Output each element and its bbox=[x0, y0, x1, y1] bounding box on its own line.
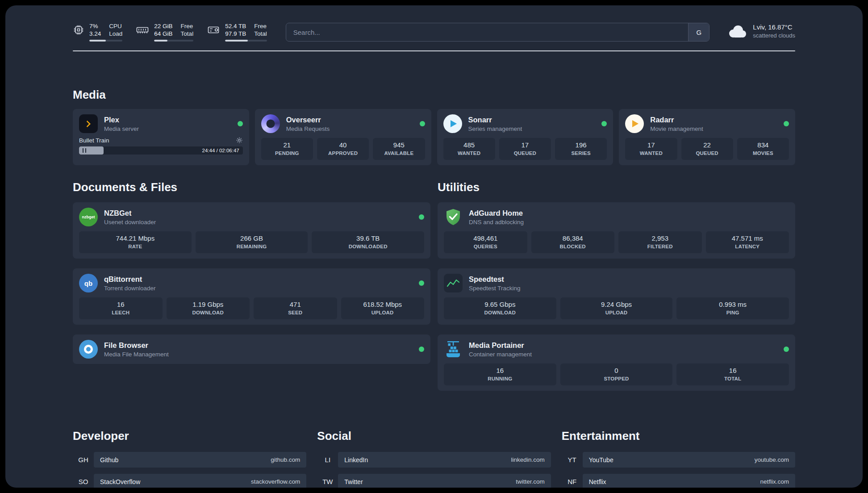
disk-label-2: Total bbox=[254, 30, 267, 38]
status-dot bbox=[601, 121, 607, 126]
plex-now-playing: Bullet Train 24:44 / 02:06:47 bbox=[79, 137, 243, 155]
stat-tile-queries: 498,461 QUERIES bbox=[444, 231, 527, 253]
pause-icon[interactable] bbox=[83, 148, 86, 153]
stat-label: LATENCY bbox=[708, 244, 788, 250]
stat-value: 485 bbox=[445, 141, 493, 149]
stat-label: SEED bbox=[255, 310, 335, 316]
stat-label: QUEUED bbox=[501, 150, 549, 156]
app-name: qBittorrent bbox=[104, 275, 156, 284]
bookmarks-section: Developer GH Github github.com SO StackO… bbox=[73, 429, 795, 488]
stat-row: 21 PENDING 40 APPROVED 945 AVAILABLE bbox=[261, 138, 425, 160]
two-column-section: Documents & Files nzbget NZBGet Usenet d… bbox=[73, 180, 795, 401]
search-input[interactable] bbox=[286, 23, 689, 41]
app-card-radarr[interactable]: Radarr Movie management 17 WANTED 22 QUE… bbox=[619, 109, 795, 165]
app-text: AdGuard Home DNS and adblocking bbox=[469, 209, 524, 226]
stat-value: 86,384 bbox=[533, 234, 613, 242]
bookmark-github[interactable]: GH Github github.com bbox=[73, 452, 306, 468]
status-dot bbox=[419, 280, 424, 286]
app-card-adguard[interactable]: AdGuard Home DNS and adblocking 498,461 … bbox=[438, 202, 795, 259]
bookmark-group-entertainment: Entertainment YT YouTube youtube.com NF … bbox=[562, 429, 795, 488]
memory-meter-fill bbox=[154, 40, 167, 42]
stat-tile-movies: 834 MOVIES bbox=[737, 138, 789, 160]
app-card-plex[interactable]: Plex Media server Bullet Train bbox=[73, 109, 249, 165]
stat-value: 834 bbox=[739, 141, 787, 149]
card-header: File Browser Media File Management bbox=[79, 340, 424, 359]
app-subtitle: DNS and adblocking bbox=[469, 219, 524, 226]
bookmark-name: YouTube bbox=[589, 456, 613, 464]
stat-row: 17 WANTED 22 QUEUED 834 MOVIES bbox=[625, 138, 789, 160]
dashboard-panel: 7% CPU 3.24 Load 22 GiB Free 64 GiB T bbox=[5, 5, 863, 488]
app-card-speedtest[interactable]: Speedtest Speedtest Tracking 9.65 Gbps D… bbox=[438, 268, 795, 325]
bookmark-bar: Netflix netflix.com bbox=[583, 474, 795, 488]
stat-label: DOWNLOADED bbox=[313, 244, 422, 250]
bookmark-url: youtube.com bbox=[755, 456, 789, 463]
stat-row: 9.65 Gbps DOWNLOAD 9.24 Gbps UPLOAD 0.99… bbox=[444, 297, 789, 319]
bookmark-url: linkedin.com bbox=[511, 456, 545, 463]
app-name: Speedtest bbox=[469, 275, 521, 284]
dashboard-content: 7% CPU 3.24 Load 22 GiB Free 64 GiB T bbox=[73, 5, 795, 488]
stat-value: 21 bbox=[263, 141, 311, 149]
stat-value: 9.65 Gbps bbox=[446, 300, 555, 309]
stat-label: QUEUED bbox=[683, 150, 731, 156]
bookmark-youtube[interactable]: YT YouTube youtube.com bbox=[562, 452, 795, 468]
app-card-portainer[interactable]: Media Portainer Container management 16 … bbox=[438, 334, 795, 391]
gear-icon[interactable] bbox=[236, 137, 243, 144]
radarr-icon bbox=[625, 114, 644, 133]
bookmark-netflix[interactable]: NF Netflix netflix.com bbox=[562, 474, 795, 488]
bookmark-bar: LinkedIn linkedin.com bbox=[338, 452, 551, 468]
stat-tile-seed: 471 SEED bbox=[254, 297, 337, 319]
stat-label: FILTERED bbox=[620, 244, 700, 250]
disk-widget: 52.4 TB Free 97.9 TB Total bbox=[207, 22, 267, 42]
app-name: Plex bbox=[104, 116, 139, 124]
plex-chevron-glyph bbox=[84, 120, 91, 127]
app-card-sonarr[interactable]: Sonarr Series management 485 WANTED 17 Q… bbox=[437, 109, 613, 165]
app-card-filebrowser[interactable]: File Browser Media File Management bbox=[73, 334, 430, 364]
app-text: Sonarr Series management bbox=[468, 116, 522, 132]
bookmark-group-developer: Developer GH Github github.com SO StackO… bbox=[73, 429, 306, 488]
stat-value: 17 bbox=[501, 141, 549, 149]
app-text: File Browser Media File Management bbox=[104, 341, 169, 358]
playback-progress-bar[interactable]: 24:44 / 02:06:47 bbox=[79, 146, 243, 155]
top-bar: 7% CPU 3.24 Load 22 GiB Free 64 GiB T bbox=[73, 22, 795, 42]
disk-meter-fill bbox=[225, 40, 248, 42]
app-text: Plex Media server bbox=[104, 116, 139, 132]
stat-label: SERIES bbox=[557, 150, 605, 156]
section-title-social: Social bbox=[317, 429, 551, 443]
disk-readout: 52.4 TB Free 97.9 TB Total bbox=[225, 22, 267, 42]
stat-value: 266 GB bbox=[197, 234, 306, 242]
adguard-icon bbox=[444, 208, 463, 226]
cpu-widget: 7% CPU 3.24 Load bbox=[73, 22, 122, 42]
bookmark-bar: YouTube youtube.com bbox=[583, 452, 795, 468]
bookmark-twitter[interactable]: TW Twitter twitter.com bbox=[317, 474, 551, 488]
speedtest-icon bbox=[444, 274, 463, 292]
app-subtitle: Usenet downloader bbox=[104, 219, 156, 226]
app-card-overseerr[interactable]: Overseerr Media Requests 21 PENDING 40 A… bbox=[255, 109, 431, 165]
stat-value: 1.19 Gbps bbox=[168, 300, 248, 309]
app-card-nzbget[interactable]: nzbget NZBGet Usenet downloader 744.21 M… bbox=[73, 202, 430, 259]
bookmark-bar: StackOverflow stackoverflow.com bbox=[94, 474, 306, 488]
stat-label: APPROVED bbox=[319, 150, 367, 156]
app-text: NZBGet Usenet downloader bbox=[104, 209, 156, 226]
cpu-icon bbox=[73, 24, 84, 36]
stat-value: 0.993 ms bbox=[678, 300, 787, 309]
stat-tile-download: 9.65 Gbps DOWNLOAD bbox=[444, 297, 556, 319]
stat-label: UPLOAD bbox=[343, 310, 423, 316]
app-name: Radarr bbox=[650, 116, 703, 124]
cpu-label-2: Load bbox=[109, 30, 122, 38]
stat-tile-rate: 744.21 Mbps RATE bbox=[79, 231, 192, 253]
app-card-qbittorrent[interactable]: qb qBittorrent Torrent downloader 16 LEE… bbox=[73, 268, 430, 325]
bookmark-name: Netflix bbox=[589, 478, 606, 485]
stat-label: DOWNLOAD bbox=[168, 310, 248, 316]
stat-tile-ping: 0.993 ms PING bbox=[676, 297, 789, 319]
app-text: Speedtest Speedtest Tracking bbox=[469, 275, 521, 292]
stat-tile-approved: 40 APPROVED bbox=[317, 138, 369, 160]
bookmark-linkedin[interactable]: LI LinkedIn linkedin.com bbox=[317, 452, 551, 468]
search-engine-button[interactable]: G bbox=[688, 23, 709, 41]
qbittorrent-icon: qb bbox=[79, 274, 98, 292]
stat-tile-download: 1.19 Gbps DOWNLOAD bbox=[167, 297, 250, 319]
app-text: qBittorrent Torrent downloader bbox=[104, 275, 156, 292]
bookmark-stackoverflow[interactable]: SO StackOverflow stackoverflow.com bbox=[73, 474, 306, 488]
stat-value: 2,953 bbox=[620, 234, 700, 242]
stat-value: 618.52 Mbps bbox=[343, 300, 423, 309]
media-grid: Plex Media server Bullet Train bbox=[73, 109, 795, 165]
